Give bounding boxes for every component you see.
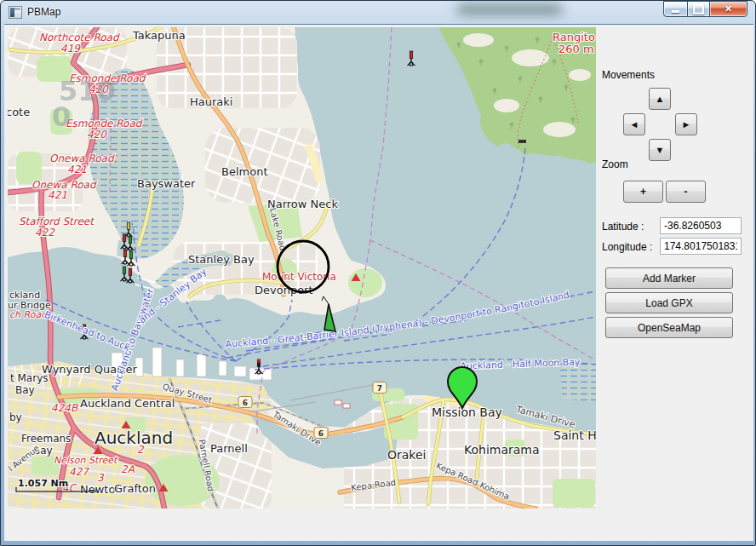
- map-label: Orakei: [387, 448, 426, 462]
- map-svg: TakapunacoteHaurakiBelmontBayswaterNarro…: [8, 27, 596, 509]
- app-icon: [9, 6, 22, 19]
- map-label: Kohimarama: [464, 443, 540, 457]
- svg-text:6: 6: [318, 429, 324, 438]
- map-label: Parnell: [210, 442, 248, 455]
- map-label: Saint He: [553, 428, 596, 442]
- map-label: by: [9, 411, 22, 423]
- down-arrow-icon: ▼: [656, 145, 665, 155]
- map-label: 422: [35, 227, 55, 239]
- map-label: Nelson Street: [54, 455, 118, 466]
- map-label: Devonport: [255, 284, 313, 296]
- openseamap-button[interactable]: OpenSeaMap: [605, 317, 733, 338]
- map-label: Rangito: [553, 31, 595, 43]
- longitude-label: Longitude :: [602, 241, 652, 253]
- close-icon: ✕: [724, 4, 732, 14]
- move-left-button[interactable]: ◄: [623, 113, 645, 135]
- map-label: Auckland: [94, 428, 173, 448]
- load-gpx-button[interactable]: Load GPX: [605, 292, 733, 313]
- up-arrow-icon: ▲: [656, 94, 665, 104]
- longitude-input[interactable]: [660, 238, 742, 255]
- map-label: 421: [67, 164, 87, 175]
- map-label: 0: [52, 101, 71, 133]
- route-shield: 6: [314, 428, 328, 439]
- map-label: cote: [8, 106, 30, 118]
- map-label: Mission Bay: [432, 405, 502, 419]
- minimize-button[interactable]: [663, 1, 688, 17]
- map-label: 419: [60, 43, 81, 55]
- caption-buttons: ✕: [664, 1, 747, 17]
- map-label: 427: [69, 466, 89, 478]
- map-label: Northcote Road: [39, 32, 120, 43]
- map-label: Freemans: [21, 433, 71, 445]
- map-label: Bay: [15, 384, 35, 396]
- left-arrow-icon: ◄: [630, 119, 639, 129]
- maximize-icon: [693, 4, 704, 14]
- zoom-out-button[interactable]: -: [666, 181, 706, 203]
- map-label: 424B: [51, 402, 78, 414]
- latitude-label: Latitude :: [602, 221, 644, 233]
- titlebar[interactable]: PBMap ✕: [1, 1, 755, 24]
- map-label: Stanley Bay: [188, 253, 255, 266]
- map-label: Stafford Street: [19, 216, 95, 227]
- right-arrow-icon: ►: [682, 119, 691, 129]
- map-label: Bayswater: [137, 177, 196, 190]
- map-canvas[interactable]: TakapunacoteHaurakiBelmontBayswaterNarro…: [8, 27, 596, 509]
- move-up-button[interactable]: ▲: [649, 88, 671, 110]
- move-down-button[interactable]: ▼: [649, 139, 671, 161]
- map-label: t Marys: [10, 372, 49, 384]
- map-label: Esmonde Road: [66, 118, 143, 129]
- route-shield: 6: [238, 397, 252, 408]
- zoom-in-button[interactable]: +: [623, 181, 663, 203]
- app-window: PBMap ✕: [0, 0, 756, 546]
- add-marker-button[interactable]: Add Marker: [605, 267, 733, 289]
- close-button[interactable]: ✕: [709, 1, 747, 17]
- map-label: 421: [48, 189, 67, 201]
- client-area: TakapunacoteHaurakiBelmontBayswaterNarro…: [4, 24, 753, 541]
- svg-text:1.057 Nm: 1.057 Nm: [18, 478, 68, 489]
- plus-icon: +: [640, 186, 646, 198]
- titlebar-glass-reflection: [456, 4, 563, 14]
- map-label: 2A: [121, 463, 135, 475]
- map-label: 420: [87, 129, 107, 141]
- route-shield: 7: [373, 382, 387, 394]
- map-label: Onewa Road: [49, 152, 115, 164]
- svg-text:6: 6: [243, 399, 248, 407]
- minus-icon: -: [684, 186, 688, 198]
- map-label: 260 m: [558, 43, 594, 55]
- map-label: Auckland Central: [80, 397, 175, 410]
- movements-label: Movements: [602, 69, 655, 81]
- map-label: Takapuna: [132, 29, 186, 42]
- map-label: Hauraki: [190, 95, 232, 108]
- map-label: Grafton: [114, 482, 156, 495]
- maximize-button[interactable]: [687, 1, 710, 17]
- map-label: Belmont: [221, 165, 267, 178]
- minimize-icon: [672, 10, 679, 13]
- move-right-button[interactable]: ►: [675, 113, 697, 135]
- window-title: PBMap: [27, 6, 60, 18]
- latitude-input[interactable]: [660, 217, 742, 234]
- svg-text:7: 7: [377, 384, 382, 393]
- zoom-label: Zoom: [602, 158, 628, 170]
